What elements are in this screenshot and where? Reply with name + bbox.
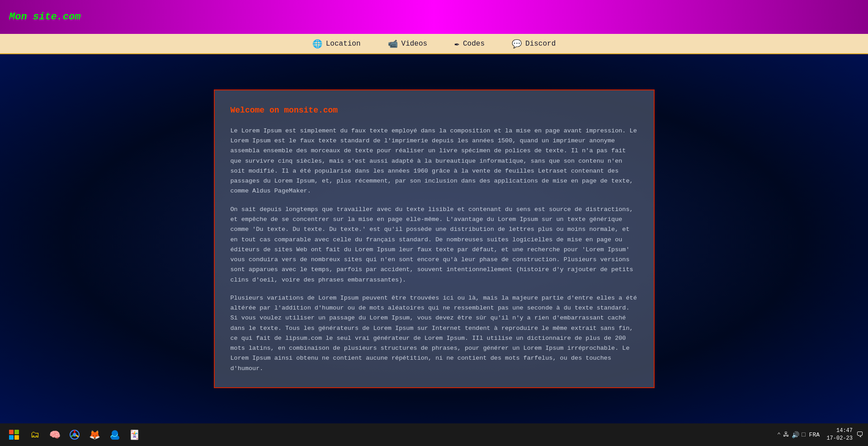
speaker-icon[interactable]: □ (802, 431, 805, 438)
nav-codes[interactable]: ✒️ Codes (454, 39, 485, 49)
firefox-icon[interactable]: 🦊 (86, 426, 103, 443)
pencil-icon: ✒️ (454, 39, 459, 49)
svg-point-1 (73, 433, 76, 437)
language-indicator[interactable]: FRA (809, 432, 820, 438)
taskbar-right: ⌃ 🖧 🔊 □ FRA 14:47 17-02-23 🗨 (777, 427, 863, 442)
chat-icon: 💬 (512, 39, 522, 49)
nav-discord-label: Discord (525, 40, 556, 48)
nav-discord[interactable]: 💬 Discord (512, 39, 556, 49)
welcome-title: Welcome on monsite.com (231, 104, 638, 117)
taskbar: 🗂 🧠 🦊 🃏 ⌃ 🖧 🔊 □ FRA (0, 423, 868, 446)
volume-icon[interactable]: 🔊 (792, 431, 799, 439)
clock-date: 17-02-23 (826, 435, 853, 442)
globe-icon: 🌐 (312, 39, 322, 49)
content-box: Welcome on monsite.com Le Lorem Ipsum es… (214, 89, 655, 388)
taskbar-left: 🗂 🧠 🦊 🃏 (5, 426, 143, 443)
start-button[interactable] (5, 426, 24, 443)
windows-logo-icon (9, 430, 19, 440)
edge-icon[interactable] (106, 426, 123, 443)
network-icon[interactable]: 🖧 (783, 431, 789, 438)
paragraph-1: Le Lorem Ipsum est simplement du faux te… (231, 126, 638, 197)
nav-videos[interactable]: 📹 Videos (388, 39, 428, 49)
nav-location-label: Location (326, 40, 361, 48)
brain-icon[interactable]: 🧠 (46, 426, 63, 443)
chrome-icon[interactable] (66, 426, 83, 443)
paragraph-2: On sait depuis longtemps que travailler … (231, 205, 638, 285)
video-icon: 📹 (388, 39, 398, 49)
site-title: Mon site.com (9, 11, 80, 23)
clock[interactable]: 14:47 17-02-23 (826, 427, 853, 442)
clock-time: 14:47 (836, 427, 853, 435)
nav-videos-label: Videos (401, 40, 428, 48)
nav-location[interactable]: 🌐 Location (312, 39, 361, 49)
site-header: Mon site.com (0, 0, 868, 34)
game-icon[interactable]: 🃏 (126, 426, 143, 443)
chevron-up-icon[interactable]: ⌃ (777, 431, 781, 439)
notification-icon[interactable]: 🗨 (856, 431, 863, 439)
paragraph-3: Plusieurs variations de Lorem Ipsum peuv… (231, 293, 638, 374)
file-explorer-icon[interactable]: 🗂 (26, 426, 43, 443)
main-content: Welcome on monsite.com Le Lorem Ipsum es… (0, 54, 868, 423)
system-tray: ⌃ 🖧 🔊 □ (777, 431, 806, 439)
nav-codes-label: Codes (463, 40, 485, 48)
navbar: 🌐 Location 📹 Videos ✒️ Codes 💬 Discord (0, 34, 868, 54)
